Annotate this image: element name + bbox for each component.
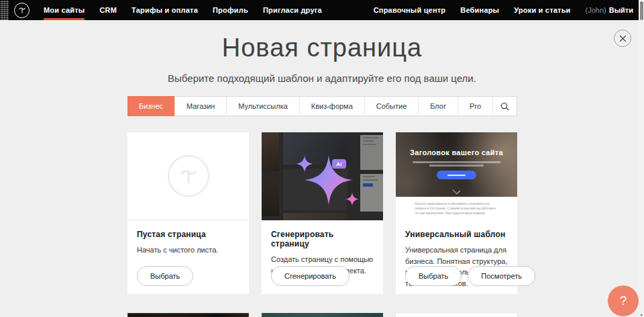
scrollbar-thumb[interactable]: [640, 1, 643, 20]
preview-body-text: Коротко представьтесь и расскажите о ком…: [415, 201, 498, 216]
template-category-tabs: Бизнес Магазин Мультиссылка Квиз-форма С…: [127, 96, 517, 116]
preview-universal-button[interactable]: Посмотреть: [468, 266, 535, 286]
tilda-ghost-logo-icon: [168, 155, 209, 197]
template-preview-hero: Заголовок вашего сайта: [396, 132, 517, 197]
new-page-dialog: Мои сайты CRM Тарифы и оплата Профиль Пр…: [0, 0, 644, 317]
scroll-up-arrow[interactable]: ▴: [639, 0, 644, 4]
card-title: Сгенерировать страницу: [271, 230, 374, 248]
nav-item-profile[interactable]: Профиль: [213, 0, 248, 20]
template-card-blank-page[interactable]: Пустая страница Начать с чистого листа. …: [127, 132, 249, 294]
card-body: Сгенерировать страницу Создать страницу …: [262, 220, 383, 294]
user-chunk: (John) Выйти: [586, 6, 633, 14]
page-scrollbar[interactable]: ▴ ▾: [639, 0, 644, 317]
partial-template-card[interactable]: [396, 313, 517, 317]
choose-universal-button[interactable]: Выбрать: [405, 266, 462, 286]
ai-preview-collage: AI: [262, 132, 383, 220]
template-card-universal[interactable]: Заголовок вашего сайта Коротко представь…: [396, 132, 517, 294]
tab-business[interactable]: Бизнес: [127, 96, 174, 116]
preview-cta-button: [437, 171, 476, 179]
tab-quiz-form[interactable]: Квиз-форма: [299, 97, 364, 116]
tab-event[interactable]: Событие: [364, 97, 418, 116]
nav-item-webinars[interactable]: Вебинары: [460, 0, 499, 20]
card-body: Пустая страница Начать с чистого листа. …: [127, 220, 249, 294]
search-icon: [500, 102, 509, 111]
tab-store[interactable]: Магазин: [174, 97, 226, 116]
template-card-ai-generate[interactable]: AI Сгенерировать страницу Создать страни…: [262, 132, 383, 294]
card-body: Универсальный шаблон Универсальная стран…: [396, 220, 517, 294]
help-button[interactable]: ?: [608, 285, 639, 316]
card-title: Универсальный шаблон: [405, 230, 508, 239]
tab-multilink[interactable]: Мультиссылка: [226, 97, 299, 116]
template-preview-text-block: Коротко представьтесь и расскажите о ком…: [396, 197, 517, 220]
tab-blog[interactable]: Блог: [418, 97, 458, 116]
tilda-logo-icon: [17, 5, 27, 15]
nav-item-help-center[interactable]: Справочный центр: [374, 0, 446, 20]
text-placeholder-line: [429, 165, 484, 167]
ai-badge: AI: [332, 159, 346, 169]
question-mark-icon: ?: [620, 293, 627, 308]
blank-page-preview: [127, 132, 249, 220]
page-title: Новая страница: [0, 34, 644, 62]
nav-right: Справочный центр Вебинары Уроки и статьи…: [374, 0, 644, 20]
user-name: (John): [586, 6, 606, 14]
card-title: Пустая страница: [137, 230, 239, 239]
tab-pro[interactable]: Pro: [458, 97, 492, 116]
nav-item-pricing[interactable]: Тарифы и оплата: [131, 0, 198, 20]
preview-heading: Заголовок вашего сайта: [396, 148, 517, 156]
partial-template-card[interactable]: [262, 313, 383, 317]
text-placeholder-line: [413, 161, 500, 163]
nav-item-crm[interactable]: CRM: [99, 0, 117, 20]
card-description: Начать с чистого листа.: [137, 244, 239, 256]
choose-blank-button[interactable]: Выбрать: [137, 266, 193, 286]
nav-item-my-sites[interactable]: Мои сайты: [44, 0, 85, 20]
nav-left: Мои сайты CRM Тарифы и оплата Профиль Пр…: [44, 0, 322, 20]
template-preview: Заголовок вашего сайта Коротко представь…: [396, 132, 517, 220]
ai-sparkle-icon: [262, 132, 383, 220]
tilda-logo[interactable]: [14, 3, 30, 18]
partial-template-card[interactable]: [127, 313, 249, 317]
template-search-button[interactable]: [492, 97, 517, 116]
chevron-down-icon: [453, 187, 460, 194]
nav-item-lessons[interactable]: Уроки и статьи: [514, 0, 570, 20]
logout-link[interactable]: Выйти: [609, 6, 633, 14]
top-navigation-bar: Мои сайты CRM Тарифы и оплата Профиль Пр…: [0, 0, 644, 20]
scroll-down-arrow[interactable]: ▾: [639, 312, 644, 317]
background-pattern-strip: [0, 0, 9, 20]
nav-item-invite-friend[interactable]: Пригласи друга: [263, 0, 322, 20]
generate-button[interactable]: Сгенерировать: [271, 266, 350, 286]
page-subtitle: Выберите подходящий шаблон и адаптируйте…: [0, 73, 644, 84]
